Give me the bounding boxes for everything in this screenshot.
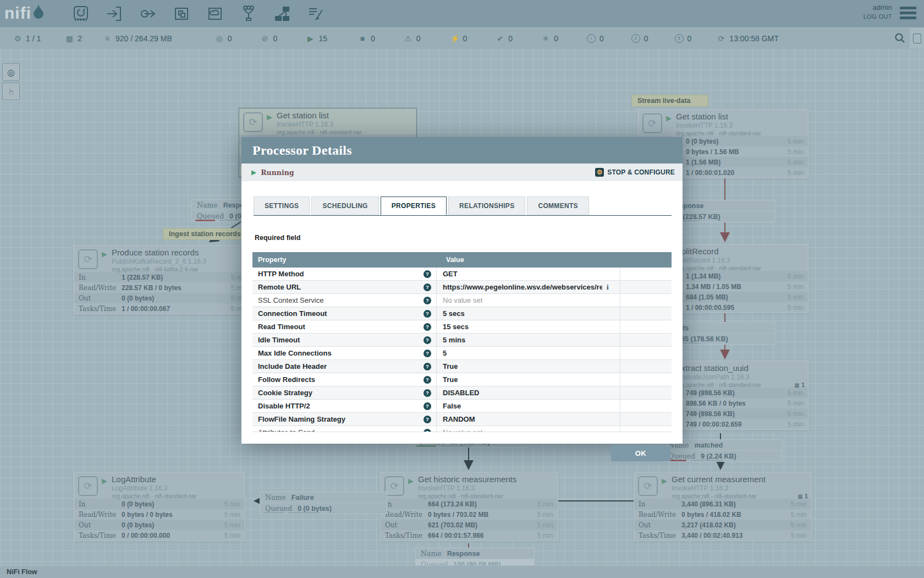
table-row: Read Timeout?15 secs bbox=[252, 320, 672, 334]
help-icon[interactable]: ? bbox=[424, 323, 431, 331]
dialog-status-bar: ▶ Running ⚙ STOP & CONFIGURE bbox=[241, 163, 683, 181]
table-row: HTTP Method?GET bbox=[252, 268, 672, 281]
property-column-header: Property bbox=[252, 256, 440, 264]
help-icon[interactable]: ? bbox=[424, 336, 431, 344]
table-row: Max Idle Connections?5 bbox=[252, 347, 672, 360]
stop-configure-gear-icon: ⚙ bbox=[595, 168, 604, 177]
help-icon[interactable]: ? bbox=[424, 310, 431, 318]
table-row: Follow Redirects?True bbox=[252, 373, 672, 386]
tab-properties[interactable]: PROPERTIES bbox=[381, 197, 447, 215]
properties-table: Property Value HTTP Method?GET Remote UR… bbox=[252, 252, 672, 432]
table-row: Remote URL?https://www.pegelonline.wsv.d… bbox=[252, 281, 672, 294]
table-row: Connection Timeout?5 secs bbox=[252, 307, 672, 320]
dialog-body: SETTINGS SCHEDULING PROPERTIES RELATIONS… bbox=[241, 181, 683, 444]
help-icon[interactable]: ? bbox=[424, 416, 431, 423]
tab-scheduling[interactable]: SCHEDULING bbox=[311, 197, 378, 215]
table-row: Disable HTTP/2?False bbox=[252, 400, 672, 413]
properties-table-body: HTTP Method?GET Remote URL?https://www.p… bbox=[252, 268, 672, 432]
help-icon[interactable]: ? bbox=[424, 376, 431, 384]
help-icon[interactable]: ? bbox=[424, 283, 431, 291]
help-icon[interactable]: ? bbox=[424, 402, 431, 410]
info-icon[interactable]: i bbox=[607, 283, 609, 292]
processor-run-status: Running bbox=[261, 168, 294, 177]
help-icon[interactable]: ? bbox=[424, 297, 431, 304]
stop-and-configure-button[interactable]: ⚙ STOP & CONFIGURE bbox=[595, 163, 675, 181]
required-field-label: Required field bbox=[255, 234, 300, 242]
value-column-header: Value bbox=[440, 256, 464, 264]
table-row: Idle Timeout?5 mins bbox=[252, 334, 672, 347]
table-row: Cookie Strategy?DISABLED bbox=[252, 386, 672, 400]
help-icon[interactable]: ? bbox=[424, 429, 431, 433]
properties-table-header: Property Value bbox=[252, 252, 672, 268]
help-icon[interactable]: ? bbox=[424, 270, 431, 278]
processor-details-dialog: Processor Details ▶ Running ⚙ STOP & CON… bbox=[241, 137, 683, 444]
help-icon[interactable]: ? bbox=[424, 389, 431, 397]
tab-settings[interactable]: SETTINGS bbox=[254, 197, 310, 215]
table-row: SSL Context Service?No value set bbox=[252, 294, 672, 307]
help-icon[interactable]: ? bbox=[424, 350, 431, 357]
help-icon[interactable]: ? bbox=[424, 363, 431, 370]
running-indicator-icon: ▶ bbox=[251, 168, 256, 176]
dialog-title: Processor Details bbox=[252, 143, 352, 158]
tab-comments[interactable]: COMMENTS bbox=[527, 197, 588, 215]
ok-button[interactable]: OK bbox=[611, 445, 670, 461]
table-row: FlowFile Naming Strategy?RANDOM bbox=[252, 413, 672, 426]
table-row: Include Date Header?True bbox=[252, 360, 672, 373]
dialog-header: Processor Details bbox=[241, 137, 683, 163]
tab-relationships[interactable]: RELATIONSHIPS bbox=[448, 197, 525, 215]
table-row: Attributes to Send?No value set bbox=[252, 426, 672, 432]
dialog-tabs: SETTINGS SCHEDULING PROPERTIES RELATIONS… bbox=[254, 197, 672, 216]
